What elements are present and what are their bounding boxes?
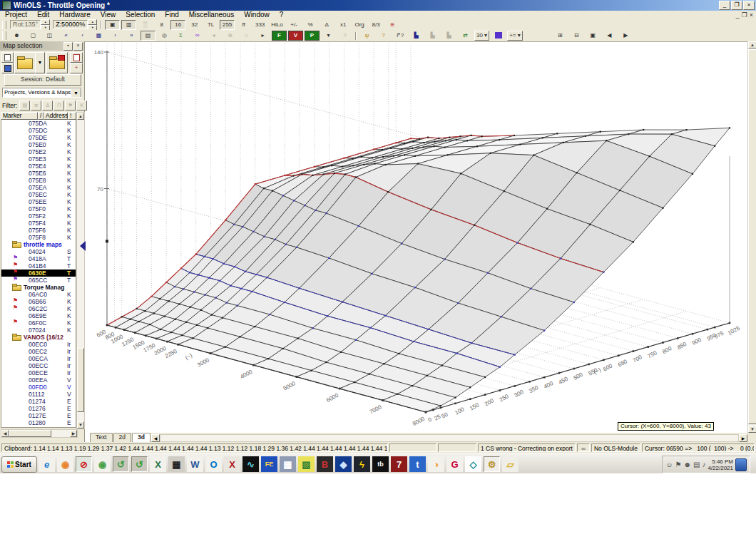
map-list-item[interactable]: 075DEK bbox=[1, 134, 76, 141]
prev-tab-icon[interactable]: ◀ bbox=[602, 31, 617, 41]
filter-button-5[interactable]: K bbox=[76, 101, 87, 111]
cube-3d-icon[interactable]: ◇ bbox=[465, 456, 481, 472]
cubes-app-icon[interactable]: ◆ bbox=[335, 456, 352, 472]
menu-project[interactable]: Project bbox=[0, 11, 32, 19]
open-session-button[interactable] bbox=[14, 52, 36, 73]
map-list-item[interactable]: 075F6K bbox=[1, 227, 76, 234]
save-session-button[interactable] bbox=[1, 63, 14, 73]
menu-view[interactable]: View bbox=[96, 11, 121, 19]
menu-selection[interactable]: Selection bbox=[121, 11, 160, 19]
context-help-icon[interactable]: ? bbox=[337, 31, 352, 41]
connect-icon[interactable]: ∞ bbox=[190, 31, 205, 41]
map-list-item[interactable]: 075E6K bbox=[1, 170, 76, 177]
map-list-item[interactable]: 075F8K bbox=[1, 234, 76, 241]
sign-button[interactable]: +/- bbox=[287, 20, 302, 30]
map-list-item[interactable]: 07024K bbox=[1, 327, 76, 334]
family-view-icon[interactable]: F bbox=[272, 31, 287, 41]
hex-button[interactable]: ff bbox=[236, 20, 251, 30]
map-list[interactable]: 075DAK075DCK075DEK075E0K075E2K075E3K075E… bbox=[1, 120, 76, 428]
mdi-close-button[interactable]: × bbox=[750, 11, 753, 19]
scroll-up-icon[interactable]: ▲ bbox=[77, 113, 84, 120]
mdi-restore-button[interactable]: ❐ bbox=[742, 11, 747, 19]
map-list-item[interactable]: ⚑065CCT bbox=[1, 277, 76, 284]
gom-player2-icon[interactable]: ↺ bbox=[131, 456, 148, 472]
map-list-item[interactable]: ⚑06C2CK bbox=[1, 305, 76, 312]
scope-combo[interactable]: Projects, Versions & Maps: (Ctrl ▼ bbox=[2, 88, 82, 98]
map-list-item[interactable]: 075F4K bbox=[1, 220, 76, 227]
statistics-icon[interactable]: ▙ bbox=[409, 31, 424, 41]
tab-scroll-left-icon[interactable]: ◀ bbox=[151, 434, 160, 442]
scrollbar-thumb[interactable] bbox=[748, 49, 756, 424]
zoom-spinner[interactable]: ▲▼ bbox=[88, 19, 97, 31]
media-player-icon[interactable]: ◉ bbox=[57, 456, 73, 472]
scroll-down-icon[interactable]: ▼ bbox=[748, 426, 756, 433]
map-list-item[interactable]: 075E2K bbox=[1, 148, 76, 155]
user-tray-icon[interactable]: ☺ bbox=[665, 461, 673, 468]
panel-collapse-arrow[interactable] bbox=[80, 241, 86, 251]
map-list-item[interactable]: 00ECCIr bbox=[1, 362, 76, 369]
checksum-icon[interactable]: Σ bbox=[173, 31, 188, 41]
last-map-icon[interactable]: » bbox=[124, 31, 139, 41]
map-app-icon[interactable]: ▧ bbox=[298, 456, 315, 472]
fe-app-icon[interactable]: FE bbox=[261, 456, 277, 472]
filter-button-4[interactable]: ⚑ bbox=[65, 101, 76, 111]
bits-32-button[interactable]: 32 bbox=[187, 20, 202, 30]
map-list-item[interactable]: 075DCK bbox=[1, 127, 76, 134]
b-app-icon[interactable]: B bbox=[317, 456, 333, 472]
gom-player-icon[interactable]: ↺ bbox=[113, 456, 129, 472]
float-button[interactable]: TL bbox=[203, 20, 218, 30]
map-overview-icon[interactable]: ▦ bbox=[91, 31, 106, 41]
menu-edit[interactable]: Edit bbox=[32, 11, 54, 19]
show-desktop-button[interactable] bbox=[735, 458, 747, 471]
filter-button-2[interactable]: Δ bbox=[42, 101, 53, 111]
tab-text[interactable]: Text bbox=[90, 433, 113, 442]
version-view-icon[interactable]: V bbox=[288, 31, 303, 41]
map-list-item[interactable]: 075EEK bbox=[1, 198, 76, 205]
menu-help[interactable]: ? bbox=[275, 11, 289, 19]
tb-app-icon[interactable]: tb bbox=[372, 456, 389, 472]
g-gear-icon[interactable]: G bbox=[446, 456, 463, 472]
map-list-item[interactable]: 01280E bbox=[1, 419, 76, 426]
split-button[interactable]: 8/3 bbox=[369, 20, 384, 30]
map-list-item[interactable]: 075E0K bbox=[1, 141, 76, 148]
map-list-item[interactable]: ⚑06F0CK bbox=[1, 319, 76, 327]
text-mode-button[interactable]: 333 bbox=[252, 20, 267, 30]
x-app-icon[interactable]: X bbox=[224, 456, 240, 472]
swap-versions-icon[interactable]: ⇄ bbox=[458, 31, 473, 41]
import-maps-button[interactable] bbox=[46, 52, 68, 73]
thunderbird-icon[interactable]: t bbox=[409, 456, 426, 472]
toolbar-grip[interactable] bbox=[2, 31, 6, 41]
decimal-button[interactable]: 255 bbox=[220, 20, 235, 30]
export-map-button[interactable] bbox=[70, 52, 83, 63]
map-list-item[interactable]: 075E3K bbox=[1, 155, 76, 163]
menu-miscellaneous[interactable]: Miscellaneous bbox=[184, 11, 239, 19]
add-map-button[interactable]: + bbox=[70, 63, 83, 73]
display-tray-icon[interactable]: ▤ bbox=[693, 461, 700, 468]
rotation-spinner[interactable]: ▲▼ bbox=[41, 19, 50, 31]
map-3d-view[interactable]: 6008001000125015001750200022503000400050… bbox=[90, 41, 747, 433]
new-window-icon[interactable]: ▢ bbox=[26, 31, 41, 41]
filter-button-0[interactable]: ▨ bbox=[19, 101, 30, 111]
split-window-icon[interactable]: ◫ bbox=[42, 31, 57, 41]
color-select-button[interactable] bbox=[491, 31, 506, 41]
map-list-item[interactable]: 00ECAIr bbox=[1, 355, 76, 362]
word-icon[interactable]: W bbox=[187, 456, 203, 472]
percent-button[interactable]: % bbox=[303, 20, 318, 30]
tab-3d[interactable]: 3d bbox=[132, 433, 150, 442]
scroll-left-icon[interactable]: ◀ bbox=[1, 430, 9, 437]
tile-vertical-icon[interactable]: ⊟ bbox=[569, 31, 584, 41]
map-list-item[interactable]: 075EAK bbox=[1, 184, 76, 191]
chart-horizontal-scrollbar[interactable] bbox=[160, 434, 739, 442]
tray-clock[interactable]: 5:46 PM 4/22/2021 bbox=[708, 458, 733, 471]
screen-view-button[interactable]: ▣ bbox=[105, 20, 120, 30]
filter-button-1[interactable]: ≌ bbox=[31, 101, 41, 111]
read-ecu-icon[interactable]: ⊕ bbox=[223, 31, 237, 41]
lightning-app-icon[interactable]: ϟ bbox=[354, 456, 370, 472]
map-folder-row[interactable]: throttle maps bbox=[1, 241, 76, 248]
menu-hardware[interactable]: Hardware bbox=[54, 11, 95, 19]
column-flag[interactable]: ! bbox=[68, 112, 76, 120]
winols-taskbar-icon[interactable]: ⊘ bbox=[76, 456, 92, 472]
volume-tray-icon[interactable]: ♪ bbox=[702, 461, 705, 468]
next-map-icon[interactable]: › bbox=[108, 31, 123, 41]
next-tab-icon[interactable]: ▶ bbox=[618, 31, 633, 41]
